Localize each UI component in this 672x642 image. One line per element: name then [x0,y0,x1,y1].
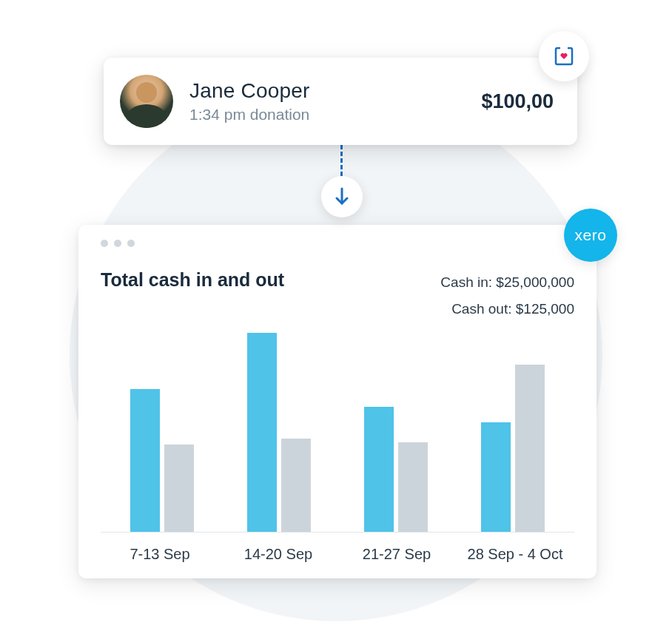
window-dot [127,240,135,247]
chart-summary: Cash in: $25,000,000 Cash out: $125,000 [440,269,574,322]
x-axis-label: 14-20 Sep [219,546,337,563]
arrow-down-icon [334,187,350,206]
cash-out-summary: Cash out: $125,000 [440,296,574,322]
x-axis-label: 28 Sep - 4 Oct [456,546,574,563]
chart-card: Total cash in and out Cash in: $25,000,0… [78,225,597,578]
heart-box-icon [552,44,576,68]
heart-badge [539,31,589,81]
bar-cash-out [398,442,428,532]
connector-arrow-badge [321,176,363,217]
donation-card: Jane Cooper 1:34 pm donation $100,00 [104,58,577,145]
xero-logo-badge: xero [564,209,617,262]
bar-cash-in [481,422,511,532]
donation-meta: 1:34 pm donation [189,106,481,124]
cash-in-summary: Cash in: $25,000,000 [440,269,574,296]
chart-title: Total cash in and out [101,269,284,291]
donation-text-block: Jane Cooper 1:34 pm donation [189,79,481,124]
window-dots [101,240,574,247]
bar-cash-in [364,407,394,532]
window-dot [101,240,108,247]
bar-group [247,333,311,532]
bar-group [364,333,428,532]
donation-amount: $100,00 [481,90,554,113]
donor-name: Jane Cooper [189,79,481,103]
x-axis-labels: 7-13 Sep14-20 Sep21-27 Sep28 Sep - 4 Oct [101,546,574,563]
avatar [120,75,173,128]
x-axis-label: 7-13 Sep [101,546,219,563]
bars-area [101,333,574,533]
x-axis-label: 21-27 Sep [337,546,456,563]
bar-group [130,333,194,532]
bar-group [481,333,545,532]
bar-cash-in [130,389,160,533]
window-dot [114,240,121,247]
bar-cash-in [247,333,277,532]
bar-cash-out [164,445,194,532]
bar-cash-out [515,365,545,532]
bar-cash-out [281,439,311,532]
svg-rect-1 [560,47,568,51]
chart-header: Total cash in and out Cash in: $25,000,0… [101,269,574,322]
